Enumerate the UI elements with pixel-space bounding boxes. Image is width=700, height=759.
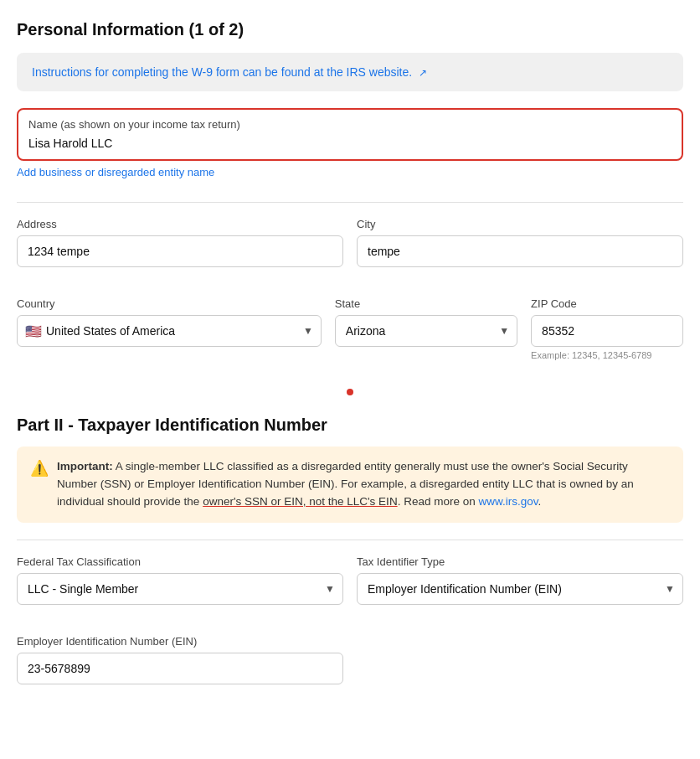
state-field-group: State Arizona ▼ xyxy=(335,297,517,360)
warning-underlined: owner's SSN or EIN, not the LLC's EIN xyxy=(203,495,398,508)
state-select-wrapper: Arizona ▼ xyxy=(335,315,517,347)
ein-label: Employer Identification Number (EIN) xyxy=(17,635,343,648)
name-field-wrapper: Name (as shown on your income tax return… xyxy=(17,108,683,161)
address-city-row: Address City xyxy=(17,218,683,282)
zip-label: ZIP Code xyxy=(531,297,683,310)
warning-box: ⚠️ Important: A single-member LLC classi… xyxy=(17,447,683,523)
irs-instructions-link[interactable]: Instructions for completing the W-9 form… xyxy=(32,65,427,79)
tax-classification-group: Federal Tax Classification LLC - Single … xyxy=(17,555,343,605)
ein-field-group: Employer Identification Number (EIN) xyxy=(17,635,343,684)
address-label: Address xyxy=(17,218,343,230)
city-field-group: City xyxy=(357,218,683,267)
country-select-wrapper: 🇺🇸 United States of America ▼ xyxy=(17,315,322,347)
city-label: City xyxy=(357,218,683,230)
country-field-group: Country 🇺🇸 United States of America ▼ xyxy=(17,297,322,360)
country-label: Country xyxy=(17,297,322,310)
tax-identifier-label: Tax Identifier Type xyxy=(357,555,683,568)
zip-input[interactable] xyxy=(531,315,683,347)
zip-hint: Example: 12345, 12345-6789 xyxy=(531,350,683,360)
address-field-group: Address xyxy=(17,218,343,267)
tax-classification-select-wrapper: LLC - Single Member ▼ xyxy=(17,573,343,605)
tax-row: Federal Tax Classification LLC - Single … xyxy=(17,555,683,620)
state-select[interactable]: Arizona xyxy=(335,315,517,347)
ein-input[interactable] xyxy=(17,653,343,684)
tax-classification-label: Federal Tax Classification xyxy=(17,555,343,568)
name-field-label: Name (as shown on your income tax return… xyxy=(28,118,672,131)
tax-identifier-select[interactable]: Employer Identification Number (EIN) xyxy=(357,573,683,605)
zip-field-group: ZIP Code Example: 12345, 12345-6789 xyxy=(531,297,683,360)
irs-gov-link[interactable]: www.irs.gov xyxy=(478,495,538,508)
progress-dot xyxy=(347,389,353,395)
external-link-icon: ↗ xyxy=(419,67,427,79)
state-label: State xyxy=(335,297,517,310)
section2-title: Part II - Taxpayer Identification Number xyxy=(17,416,683,435)
address-input[interactable] xyxy=(17,235,343,267)
divider2 xyxy=(17,540,683,540)
tax-identifier-group: Tax Identifier Type Employer Identificat… xyxy=(357,555,683,605)
info-banner: Instructions for completing the W-9 form… xyxy=(17,53,683,91)
name-input[interactable] xyxy=(28,137,672,150)
page-title: Personal Information (1 of 2) xyxy=(17,20,683,39)
add-business-link[interactable]: Add business or disregarded entity name xyxy=(17,166,214,178)
country-state-zip-row: Country 🇺🇸 United States of America ▼ St… xyxy=(17,297,683,375)
tax-identifier-select-wrapper: Employer Identification Number (EIN) ▼ xyxy=(357,573,683,605)
city-input[interactable] xyxy=(357,235,683,267)
tax-classification-select[interactable]: LLC - Single Member xyxy=(17,573,343,605)
divider xyxy=(17,202,683,203)
warning-icon: ⚠️ xyxy=(30,459,49,511)
dot-indicator xyxy=(17,384,683,399)
warning-text: Important: A single-member LLC classifie… xyxy=(57,458,670,511)
country-select[interactable]: United States of America xyxy=(17,315,322,347)
